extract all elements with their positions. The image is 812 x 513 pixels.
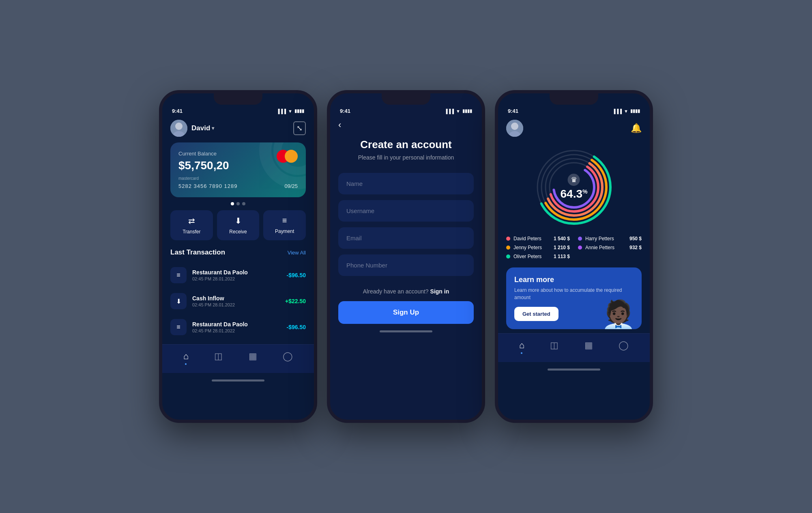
bottom-nav-3: ⌂ ◫ ▦ ◯ (498, 333, 650, 362)
nav-home-3[interactable]: ⌂ (519, 340, 524, 354)
svg-point-1 (175, 123, 183, 130)
legend-name-0: David Peters (513, 236, 550, 241)
transaction-amount-1: -$96.50 (287, 272, 306, 278)
legend-amount-4: 1 113 $ (554, 254, 570, 259)
name-input[interactable] (338, 173, 474, 194)
legend-item-0: David Peters 1 540 $ (506, 236, 570, 241)
transaction-info-2: Cash Inflow 02:45 PM 28.01.2022 (192, 295, 279, 307)
legend-dot-2 (506, 246, 510, 250)
nav-wallet-1[interactable]: ◫ (214, 351, 223, 365)
wallet-icon-1: ◫ (214, 351, 223, 362)
legend-amount-0: 1 540 $ (554, 236, 570, 241)
person-illustration: 🧑🏿‍💼 (601, 301, 636, 329)
status-bar-3: 9:41 ▐▐▐ ▼ ▮▮▮▮ (498, 105, 650, 116)
signin-text: Already have an account? Sign in (338, 288, 474, 295)
transactions-title: Last Transaction (170, 248, 225, 256)
status-bar-2: 9:41 ▐▐▐ ▼ ▮▮▮▮ (330, 105, 482, 116)
bell-icon[interactable]: 🔔 (631, 123, 642, 134)
transaction-time-3: 02:45 PM 28.01.2022 (192, 328, 281, 333)
dot-2 (236, 202, 240, 205)
legend-dot-0 (506, 237, 510, 241)
nav-profile-1[interactable]: ◯ (283, 351, 293, 365)
time-1: 9:41 (172, 108, 183, 114)
transaction-name-3: Restaurant Da Paolo (192, 321, 281, 328)
receive-icon: ⬇ (235, 216, 242, 226)
view-all-button[interactable]: View All (288, 250, 306, 256)
home-indicator-1 (212, 379, 264, 382)
signin-link[interactable]: Sign in (430, 288, 449, 295)
transaction-icon-1: ≡ (170, 267, 187, 283)
receive-label: Receive (229, 229, 247, 235)
nav-profile-3[interactable]: ◯ (619, 340, 629, 354)
signup-button[interactable]: Sign Up (338, 301, 474, 324)
transaction-row-2: ⬇ Cash Inflow 02:45 PM 28.01.2022 +$22.5… (162, 288, 314, 314)
payment-icon: ≡ (282, 216, 287, 225)
header-row-1: David ▾ ⤡ (162, 116, 314, 142)
learn-title: Learn more (514, 276, 634, 284)
legend-item-2: Jenny Peters 1 210 $ (506, 245, 570, 250)
legend-dot-4 (506, 254, 510, 259)
payment-button[interactable]: ≡ Payment (263, 210, 306, 240)
nav-home-1[interactable]: ⌂ (183, 351, 189, 365)
back-button[interactable]: ‹ (330, 116, 482, 134)
legend-name-2: Jenny Peters (513, 245, 550, 250)
transaction-amount-3: -$96.50 (287, 324, 306, 330)
home-icon-3: ⌂ (519, 340, 524, 351)
user-name[interactable]: David ▾ (191, 124, 214, 132)
form-subtitle: Please fill in your personal information (338, 154, 474, 161)
notch-1 (214, 93, 262, 105)
legend-amount-3: 932 $ (629, 245, 642, 250)
header-row-3: 🔔 (498, 116, 650, 142)
transactions-header: Last Transaction View All (162, 248, 314, 256)
notch-3 (550, 93, 598, 105)
time-3: 9:41 (508, 108, 518, 114)
legend-name-3: Annie Petters (585, 245, 626, 250)
user-info[interactable]: David ▾ (170, 120, 214, 137)
home-indicator-2 (380, 330, 432, 332)
status-icons-2: ▐▐▐ ▼ ▮▮▮▮ (445, 108, 472, 114)
username-input[interactable] (338, 200, 474, 222)
bank-card[interactable]: Current Balance $5,750,20 mastercard 528… (170, 142, 306, 197)
chart-section: ♛ 64.3% (498, 147, 650, 228)
phone-screen-3: 9:41 ▐▐▐ ▼ ▮▮▮▮ 🔔 (495, 90, 653, 423)
legend-dot-3 (578, 246, 582, 250)
form-title: Create an account (330, 138, 482, 151)
phone-screen-2: 9:41 ▐▐▐ ▼ ▮▮▮▮ ‹ Create an account Plea… (327, 90, 485, 423)
transaction-time-2: 02:45 PM 28.01.2022 (192, 302, 279, 307)
wallet-icon-3: ◫ (550, 340, 559, 351)
payment-label: Payment (275, 228, 294, 234)
nav-dot-1 (185, 363, 187, 365)
legend-item-1: Harry Petters 950 $ (578, 236, 642, 241)
chevron-down-icon: ▾ (212, 125, 214, 131)
transaction-row-1: ≡ Restaurant Da Paolo 02:45 PM 28.01.202… (162, 262, 314, 288)
status-bar-1: 9:41 ▐▐▐ ▼ ▮▮▮▮ (162, 105, 314, 116)
nav-chart-1[interactable]: ▦ (249, 351, 257, 365)
dot-3 (242, 202, 245, 205)
expand-icon[interactable]: ⤡ (293, 121, 306, 135)
receive-button[interactable]: ⬇ Receive (217, 210, 260, 240)
transaction-info-3: Restaurant Da Paolo 02:45 PM 28.01.2022 (192, 321, 281, 333)
nav-wallet-3[interactable]: ◫ (550, 340, 559, 354)
legend-name-1: Harry Petters (585, 236, 626, 241)
home-indicator-3 (548, 369, 600, 371)
form-fields (330, 173, 482, 276)
transaction-amount-2: +$22.50 (285, 298, 306, 304)
legend-amount-2: 1 210 $ (554, 245, 570, 250)
transaction-name-1: Restaurant Da Paolo (192, 269, 281, 276)
legend-amount-1: 950 $ (629, 236, 642, 241)
legend-name-4: Oliver Peters (513, 254, 550, 259)
transfer-button[interactable]: ⇄ Transfer (170, 210, 213, 240)
transaction-icon-2: ⬇ (170, 293, 187, 309)
donut-chart: ♛ 64.3% (533, 147, 614, 228)
nav-chart-3[interactable]: ▦ (584, 340, 593, 354)
transfer-icon: ⇄ (188, 216, 195, 226)
donut-percent: 64.3% (561, 188, 588, 200)
transaction-row-3: ≡ Restaurant Da Paolo 02:45 PM 28.01.202… (162, 314, 314, 340)
chart-icon-1: ▦ (249, 351, 257, 362)
get-started-button[interactable]: Get started (514, 307, 559, 321)
avatar (170, 120, 187, 137)
avatar-3 (506, 120, 523, 137)
phone-input[interactable] (338, 254, 474, 276)
crown-icon: ♛ (568, 174, 580, 186)
email-input[interactable] (338, 227, 474, 249)
